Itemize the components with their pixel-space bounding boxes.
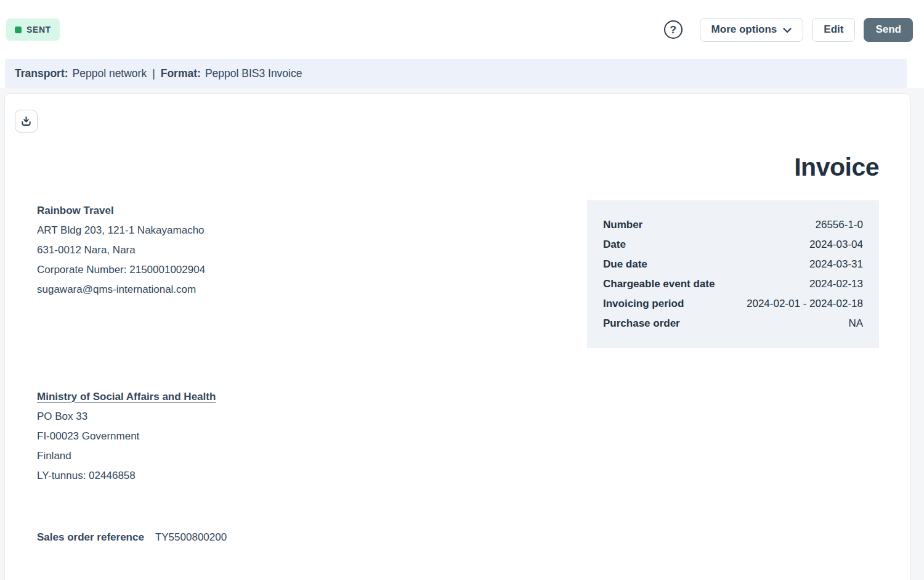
content-background: Invoice Rainbow Travel ART Bldg 203, 121… xyxy=(0,88,924,580)
detail-label: Date xyxy=(603,235,626,255)
detail-row-number: Number 26556-1-0 xyxy=(603,215,863,235)
recipient-address-line: Finland xyxy=(37,446,216,466)
transport-value: Peppol network xyxy=(73,67,147,80)
detail-row-purchase-order: Purchase order NA xyxy=(603,314,863,333)
detail-value: 2024-03-04 xyxy=(809,235,863,255)
transport-format-bar: Transport: Peppol network | Format: Pepp… xyxy=(5,59,907,88)
recipient-org-id: LY-tunnus: 02446858 xyxy=(37,466,216,486)
detail-label: Purchase order xyxy=(603,314,680,333)
help-icon[interactable]: ? xyxy=(664,20,683,39)
status-dot-icon xyxy=(15,27,22,33)
sales-order-reference-value: TY5500800200 xyxy=(155,529,227,545)
sales-order-reference-row: Sales order reference TY5500800200 xyxy=(37,529,227,545)
header-bar: SENT ? More options Edit Send xyxy=(0,0,924,59)
invoice-document-panel: Invoice Rainbow Travel ART Bldg 203, 121… xyxy=(5,94,910,580)
sender-address-line: ART Bldg 203, 121-1 Nakayamacho xyxy=(37,221,205,240)
download-button[interactable] xyxy=(15,110,38,133)
detail-label: Chargeable event date xyxy=(603,274,715,294)
detail-value: 2024-03-31 xyxy=(809,255,863,274)
sender-email: sugawara@qms-international.com xyxy=(37,280,205,300)
detail-value: NA xyxy=(848,314,863,333)
transport-label: Transport: xyxy=(15,67,68,80)
invoice-title: Invoice xyxy=(794,153,879,182)
recipient-name-link[interactable]: Ministry of Social Affairs and Health xyxy=(37,387,216,407)
format-value: Peppol BIS3 Invoice xyxy=(205,67,302,80)
sender-address-line: 631-0012 Nara, Nara xyxy=(37,240,205,260)
more-options-label: More options xyxy=(711,23,777,36)
detail-value: 26556-1-0 xyxy=(815,215,863,235)
chevron-down-icon xyxy=(783,28,792,33)
detail-row-chargeable-event-date: Chargeable event date 2024-02-13 xyxy=(603,274,863,294)
detail-value: 2024-02-01 - 2024-02-18 xyxy=(747,294,863,314)
detail-value: 2024-02-13 xyxy=(809,274,863,294)
edit-button[interactable]: Edit xyxy=(812,18,855,42)
header-actions: ? More options Edit Send xyxy=(664,18,913,42)
send-button[interactable]: Send xyxy=(864,18,913,42)
recipient-address-line: FI-00023 Government xyxy=(37,427,216,446)
detail-row-due-date: Due date 2024-03-31 xyxy=(603,255,863,274)
transport-separator: | xyxy=(152,67,155,80)
sales-order-reference-label: Sales order reference xyxy=(37,529,144,545)
recipient-address-block: Ministry of Social Affairs and Health PO… xyxy=(37,387,216,486)
detail-row-invoicing-period: Invoicing period 2024-02-01 - 2024-02-18 xyxy=(603,294,863,314)
invoice-details-box: Number 26556-1-0 Date 2024-03-04 Due dat… xyxy=(587,200,879,348)
status-badge: SENT xyxy=(6,18,60,41)
download-icon xyxy=(20,115,33,128)
invoice-view-page: SENT ? More options Edit Send Transport:… xyxy=(0,0,924,580)
status-badge-label: SENT xyxy=(26,25,51,35)
sender-address-block: Rainbow Travel ART Bldg 203, 121-1 Nakay… xyxy=(37,201,205,300)
detail-label: Invoicing period xyxy=(603,294,684,314)
sender-address-line: Corporate Number: 2150001002904 xyxy=(37,260,205,280)
detail-label: Number xyxy=(603,215,642,235)
sender-name: Rainbow Travel xyxy=(37,201,205,221)
more-options-button[interactable]: More options xyxy=(700,18,804,42)
detail-row-date: Date 2024-03-04 xyxy=(603,235,863,255)
recipient-address-line: PO Box 33 xyxy=(37,407,216,427)
format-label: Format: xyxy=(161,67,201,80)
detail-label: Due date xyxy=(603,255,647,274)
